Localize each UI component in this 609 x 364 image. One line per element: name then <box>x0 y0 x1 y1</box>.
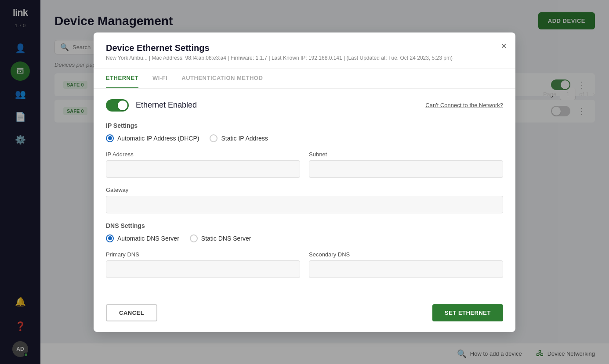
modal-tabs: ETHERNET WI-FI AUTHENTICATION METHOD <box>94 68 515 89</box>
tab-auth[interactable]: AUTHENTICATION METHOD <box>181 68 263 88</box>
subnet-input[interactable] <box>309 160 503 178</box>
ip-fields-grid: IP Address Subnet <box>106 151 503 178</box>
ip-radio-group: Automatic IP Address (DHCP) Static IP Ad… <box>106 134 503 142</box>
ethernet-enabled-label: Ethernet Enabled <box>136 101 197 110</box>
dns-static-option[interactable]: Static DNS Server <box>190 234 251 242</box>
tab-ethernet[interactable]: ETHERNET <box>106 68 138 88</box>
ethernet-enabled-toggle[interactable] <box>106 99 129 112</box>
ip-settings-label: IP Settings <box>106 122 503 129</box>
dns-auto-radio[interactable] <box>106 234 114 242</box>
modal-footer: CANCEL SET ETHERNET <box>94 297 515 332</box>
set-ethernet-button[interactable]: SET ETHERNET <box>432 304 503 321</box>
ip-address-field: IP Address <box>106 151 300 178</box>
modal: Device Ethernet Settings New York Ambu..… <box>94 32 515 332</box>
ip-dhcp-radio[interactable] <box>106 134 114 142</box>
ip-dhcp-label: Automatic IP Address (DHCP) <box>117 135 199 142</box>
ethernet-enabled-left: Ethernet Enabled <box>106 99 197 112</box>
secondary-dns-field: Secondary DNS <box>309 251 503 278</box>
modal-close-button[interactable]: × <box>501 41 507 51</box>
dns-fields-grid: Primary DNS Secondary DNS <box>106 251 503 278</box>
gateway-field: Gateway <box>106 187 503 213</box>
primary-dns-field: Primary DNS <box>106 251 300 278</box>
ip-static-radio[interactable] <box>210 134 218 142</box>
cant-connect-link[interactable]: Can't Connect to the Network? <box>425 102 503 108</box>
secondary-dns-input[interactable] <box>309 260 503 278</box>
secondary-dns-label: Secondary DNS <box>309 251 503 258</box>
dns-static-radio[interactable] <box>190 234 198 242</box>
gateway-label: Gateway <box>106 187 503 193</box>
ip-address-label: IP Address <box>106 151 300 158</box>
gateway-field-grid: Gateway <box>106 187 503 213</box>
primary-dns-input[interactable] <box>106 260 300 278</box>
dns-settings-label: DNS Settings <box>106 222 503 229</box>
ip-static-option[interactable]: Static IP Address <box>210 134 268 142</box>
tab-wifi[interactable]: WI-FI <box>152 68 167 88</box>
ip-static-label: Static IP Address <box>221 135 268 142</box>
toggle-knob <box>118 101 127 110</box>
modal-title: Device Ethernet Settings <box>106 43 503 53</box>
dns-static-label: Static DNS Server <box>201 235 251 242</box>
subnet-field: Subnet <box>309 151 503 178</box>
subnet-label: Subnet <box>309 151 503 158</box>
modal-header: Device Ethernet Settings New York Ambu..… <box>94 32 515 68</box>
gateway-input[interactable] <box>106 196 503 213</box>
ip-address-input[interactable] <box>106 160 300 178</box>
modal-body: Ethernet Enabled Can't Connect to the Ne… <box>94 89 515 297</box>
dns-radio-group: Automatic DNS Server Static DNS Server <box>106 234 503 242</box>
modal-overlay: Device Ethernet Settings New York Ambu..… <box>0 0 609 364</box>
ethernet-enabled-row: Ethernet Enabled Can't Connect to the Ne… <box>106 99 503 112</box>
dns-auto-label: Automatic DNS Server <box>117 235 179 242</box>
dns-auto-option[interactable]: Automatic DNS Server <box>106 234 179 242</box>
primary-dns-label: Primary DNS <box>106 251 300 258</box>
cancel-button[interactable]: CANCEL <box>106 304 157 321</box>
ip-dhcp-option[interactable]: Automatic IP Address (DHCP) <box>106 134 199 142</box>
modal-subtitle: New York Ambu... | Mac Address: 98:f4:ab… <box>106 55 503 61</box>
